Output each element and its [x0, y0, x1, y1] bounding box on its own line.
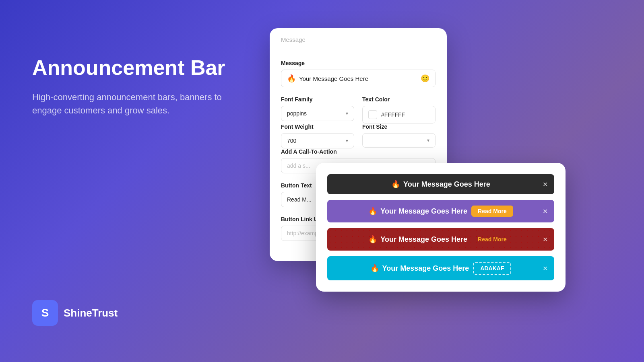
- fire-icon-cyan: 🔥: [370, 264, 379, 273]
- cta-label: Add A Call-To-Action: [281, 148, 436, 155]
- close-icon-purple[interactable]: ✕: [543, 208, 548, 215]
- fire-icon-purple: 🔥: [368, 207, 377, 216]
- announcement-bar-red: 🔥 Your Message Goes Here Read More ✕: [327, 228, 554, 251]
- close-icon-red[interactable]: ✕: [543, 236, 548, 243]
- app-description: High-converting announcement bars, banne…: [32, 90, 242, 117]
- fire-icon-red: 🔥: [368, 235, 377, 244]
- close-icon-cyan[interactable]: ✕: [543, 265, 548, 272]
- announcement-bar-dark: 🔥 Your Message Goes Here ✕: [327, 174, 554, 194]
- weight-size-row: Font Weight 700 ▾ Font Size ▾: [281, 123, 436, 148]
- ann-bar-purple-text: 🔥 Your Message Goes Here: [368, 207, 467, 216]
- font-color-row: Font Family poppins ▾ Text Color #FFFFFF: [281, 96, 436, 123]
- read-more-button-purple[interactable]: Read More: [471, 206, 513, 217]
- announcement-bar-cyan: 🔥 Your Message Goes Here ADAKAF ✕: [327, 256, 554, 280]
- ann-bar-cyan-message: Your Message Goes Here: [382, 264, 469, 273]
- font-family-group: Font Family poppins ▾: [281, 96, 354, 123]
- announcement-bar-purple: 🔥 Your Message Goes Here Read More ✕: [327, 200, 554, 222]
- text-color-group: Text Color #FFFFFF: [362, 96, 436, 123]
- font-family-value: poppins: [287, 110, 307, 117]
- text-color-label: Text Color: [362, 96, 436, 103]
- brand-name: ShineTrust: [64, 307, 118, 319]
- brand: S ShineTrust: [32, 300, 118, 326]
- ann-bar-red-text: 🔥 Your Message Goes Here: [368, 235, 467, 244]
- brand-logo: S: [32, 300, 58, 326]
- message-input-wrapper[interactable]: 🔥 Your Message Goes Here 🙂: [281, 70, 436, 87]
- message-label: Message: [281, 60, 436, 66]
- ann-bar-dark-message: Your Message Goes Here: [403, 180, 490, 189]
- font-family-label: Font Family: [281, 96, 354, 103]
- text-color-input[interactable]: #FFFFFF: [362, 106, 436, 123]
- ann-bar-red-message: Your Message Goes Here: [380, 235, 467, 244]
- chevron-down-icon-2: ▾: [346, 138, 348, 144]
- app-title: Announcement Bar: [32, 56, 242, 79]
- emoji-button[interactable]: 🙂: [421, 74, 429, 83]
- font-weight-select[interactable]: 700 ▾: [281, 133, 354, 148]
- chevron-down-icon: ▾: [346, 111, 348, 116]
- read-more-button-cyan[interactable]: ADAKAF: [473, 262, 511, 275]
- brand-logo-text: S: [41, 306, 49, 319]
- message-form-group: Message 🔥 Your Message Goes Here 🙂: [281, 60, 436, 87]
- read-more-button-red[interactable]: Read More: [471, 234, 513, 245]
- font-weight-value: 700: [287, 138, 296, 144]
- color-value: #FFFFFF: [381, 111, 405, 118]
- font-weight-group: Font Weight 700 ▾: [281, 123, 354, 148]
- message-input-text[interactable]: Your Message Goes Here: [299, 75, 421, 82]
- font-family-select[interactable]: poppins ▾: [281, 106, 354, 121]
- left-panel: Announcement Bar High-converting announc…: [32, 56, 242, 117]
- preview-card: 🔥 Your Message Goes Here ✕ 🔥 Your Messag…: [316, 163, 566, 292]
- card-header-title: Message: [281, 36, 305, 43]
- color-swatch: [368, 110, 377, 119]
- card-header: Message: [270, 28, 447, 50]
- ann-bar-purple-message: Your Message Goes Here: [380, 207, 467, 216]
- ann-bar-dark-text: 🔥 Your Message Goes Here: [391, 180, 490, 189]
- chevron-down-icon-3: ▾: [427, 138, 429, 143]
- fire-icon: 🔥: [287, 74, 296, 83]
- font-weight-label: Font Weight: [281, 123, 354, 130]
- font-size-select[interactable]: ▾: [362, 133, 436, 148]
- font-size-label: Font Size: [362, 123, 436, 130]
- font-size-group: Font Size ▾: [362, 123, 436, 148]
- ann-bar-cyan-text: 🔥 Your Message Goes Here: [370, 264, 469, 273]
- fire-icon-dark: 🔥: [391, 180, 400, 189]
- close-icon-dark[interactable]: ✕: [543, 181, 548, 188]
